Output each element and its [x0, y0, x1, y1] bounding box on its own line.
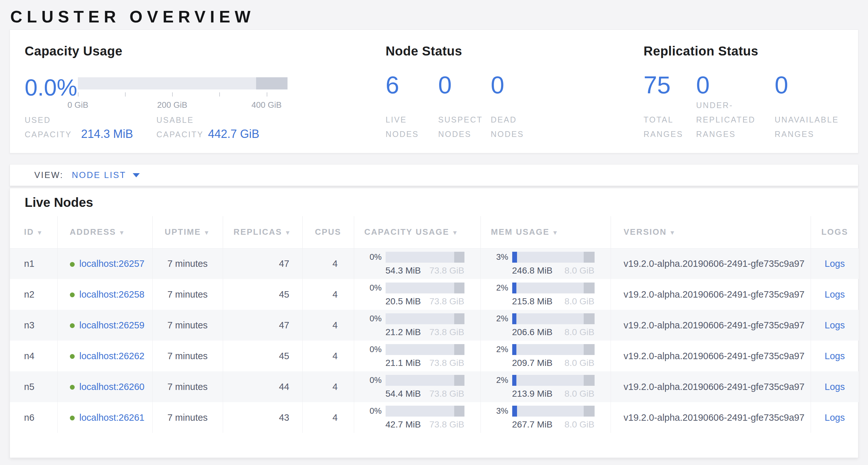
logs-link[interactable]: Logs — [825, 351, 845, 361]
node-uptime-cell: 7 minutes — [152, 341, 223, 371]
mem-usage-bar — [512, 283, 595, 293]
header-capacity-usage[interactable]: CAPACITY USAGE▼ — [354, 216, 480, 248]
capacity-percent-label: 0% — [365, 283, 382, 293]
mem-usage-bar-fill — [512, 283, 516, 293]
node-capacity-usage-cell: 0% 21.1 MiB 73.8 GiB — [354, 341, 480, 371]
table-row: n5 localhost:26260 7 minutes 44 4 0% 54.… — [10, 371, 859, 402]
node-cpus-cell: 4 — [302, 402, 354, 433]
mem-usage-bar — [512, 375, 595, 386]
total-ranges-label: TOTAL RANGES — [644, 113, 690, 141]
capacity-usage-bar-endcap — [454, 344, 464, 355]
mem-usage-bar — [512, 313, 595, 324]
chevron-down-icon — [133, 173, 140, 177]
mem-usage-bar-endcap — [584, 375, 594, 386]
header-mem-usage[interactable]: MEM USAGE▼ — [480, 216, 611, 248]
node-version-cell: v19.2.0-alpha.20190606-2491-gfe735c9a97 — [611, 279, 811, 310]
capacity-bar-chart: 0 GiB 200 GiB 400 GiB — [78, 77, 287, 113]
node-capacity-usage-cell: 0% 54.3 MiB 73.8 GiB — [354, 248, 480, 279]
node-address-cell: localhost:26261 — [57, 402, 152, 433]
header-address[interactable]: ADDRESS▼ — [57, 216, 152, 248]
header-uptime[interactable]: UPTIME▼ — [152, 216, 223, 248]
mem-used-value: 209.7 MiB — [512, 358, 553, 368]
node-address-link[interactable]: localhost:26262 — [80, 351, 145, 361]
live-nodes-stat: 6 LIVE NODES — [385, 73, 438, 141]
view-selector-bar: VIEW: NODE LIST — [10, 164, 858, 186]
sort-arrow-icon: ▼ — [119, 229, 125, 236]
replication-status-section: Replication Status 75 TOTAL RANGES 0 UND… — [644, 43, 845, 141]
mem-usage-bar-fill — [512, 252, 517, 263]
suspect-nodes-label: SUSPECT NODES — [438, 113, 484, 141]
node-address-link[interactable]: localhost:26261 — [80, 412, 145, 423]
node-logs-cell: Logs — [811, 248, 859, 279]
capacity-usage-section: Capacity Usage 0.0% 0 GiB 200 GiB 400 Gi… — [25, 43, 385, 141]
node-status-section: Node Status 6 LIVE NODES 0 SUSPECT NODES… — [385, 43, 644, 141]
capacity-total-value: 73.8 GiB — [430, 265, 464, 276]
header-version[interactable]: VERSION▼ — [611, 216, 811, 248]
capacity-usage-bar — [385, 375, 464, 386]
view-dropdown-value[interactable]: NODE LIST — [72, 170, 126, 180]
header-cpus[interactable]: CPUS — [302, 216, 354, 248]
node-cpus-cell: 4 — [302, 248, 354, 279]
dead-nodes-value: 0 — [491, 73, 537, 97]
node-address-cell: localhost:26262 — [57, 341, 152, 371]
mem-percent-label: 2% — [491, 314, 508, 324]
node-address-link[interactable]: localhost:26258 — [80, 289, 145, 299]
capacity-bar-axis: 0 GiB 200 GiB 400 GiB — [78, 92, 287, 113]
capacity-usage-title: Capacity Usage — [25, 43, 385, 59]
sort-arrow-icon: ▼ — [452, 229, 459, 236]
capacity-percent-label: 0% — [365, 252, 382, 262]
sort-arrow-icon: ▼ — [204, 229, 210, 236]
node-id-cell: n2 — [10, 279, 57, 310]
table-row: n1 localhost:26257 7 minutes 47 4 0% 54.… — [10, 248, 859, 279]
mem-used-value: 215.8 MiB — [512, 296, 553, 307]
node-address-cell: localhost:26257 — [57, 248, 152, 279]
live-nodes-table: ID▼ ADDRESS▼ UPTIME▼ REPLICAS▼ CPUS CAPA… — [10, 216, 859, 433]
capacity-bar-track — [78, 77, 287, 89]
capacity-used-value: 42.7 MiB — [385, 419, 421, 430]
node-logs-cell: Logs — [811, 279, 859, 310]
logs-link[interactable]: Logs — [825, 289, 845, 299]
node-address-link[interactable]: localhost:26260 — [80, 382, 145, 392]
capacity-used-value: 54.4 MiB — [385, 389, 421, 399]
node-mem-usage-cell: 3% 246.8 MiB 8.0 GiB — [480, 248, 611, 279]
node-id-cell: n3 — [10, 310, 57, 341]
mem-usage-bar-endcap — [584, 313, 594, 324]
node-address-link[interactable]: localhost:26259 — [80, 320, 145, 330]
capacity-total-value: 73.8 GiB — [430, 419, 464, 430]
node-version-cell: v19.2.0-alpha.20190606-2491-gfe735c9a97 — [611, 341, 811, 371]
live-status-dot-icon — [70, 292, 75, 297]
node-address-link[interactable]: localhost:26257 — [80, 259, 145, 269]
capacity-usage-bar-endcap — [454, 283, 464, 293]
cluster-summary-panel: Capacity Usage 0.0% 0 GiB 200 GiB 400 Gi… — [10, 29, 858, 153]
node-logs-cell: Logs — [811, 310, 859, 341]
page-title: CLUSTER OVERVIEW — [10, 7, 255, 26]
logs-link[interactable]: Logs — [825, 412, 845, 423]
header-id[interactable]: ID▼ — [10, 216, 57, 248]
mem-usage-bar-fill — [512, 313, 516, 324]
live-nodes-panel: Live Nodes ID▼ ADDRESS▼ UPTIME▼ REPLICAS… — [10, 188, 858, 458]
node-version-cell: v19.2.0-alpha.20190606-2491-gfe735c9a97 — [611, 402, 811, 433]
table-row: n6 localhost:26261 7 minutes 43 4 0% 42.… — [10, 402, 859, 433]
mem-total-value: 8.0 GiB — [564, 358, 594, 368]
node-address-cell: localhost:26260 — [57, 371, 152, 402]
node-cpus-cell: 4 — [302, 279, 354, 310]
mem-percent-label: 3% — [491, 406, 508, 416]
header-replicas[interactable]: REPLICAS▼ — [223, 216, 302, 248]
mem-total-value: 8.0 GiB — [564, 419, 594, 430]
under-replicated-ranges-label: UNDER- REPLICATED RANGES — [696, 98, 768, 141]
logs-link[interactable]: Logs — [825, 382, 845, 392]
capacity-used-value: 21.1 MiB — [385, 358, 421, 368]
suspect-nodes-stat: 0 SUSPECT NODES — [438, 73, 491, 141]
live-status-dot-icon — [70, 323, 75, 328]
sort-arrow-icon: ▼ — [552, 229, 559, 236]
header-logs: LOGS — [811, 216, 859, 248]
mem-used-value: 246.8 MiB — [512, 265, 553, 276]
node-id-cell: n4 — [10, 341, 57, 371]
logs-link[interactable]: Logs — [825, 259, 845, 269]
table-row: n3 localhost:26259 7 minutes 47 4 0% 21.… — [10, 310, 859, 341]
node-cpus-cell: 4 — [302, 371, 354, 402]
view-dropdown[interactable]: NODE LIST — [72, 170, 140, 180]
capacity-used-value: 20.5 MiB — [385, 296, 421, 307]
capacity-percent-label: 0% — [365, 406, 382, 416]
logs-link[interactable]: Logs — [825, 320, 845, 330]
